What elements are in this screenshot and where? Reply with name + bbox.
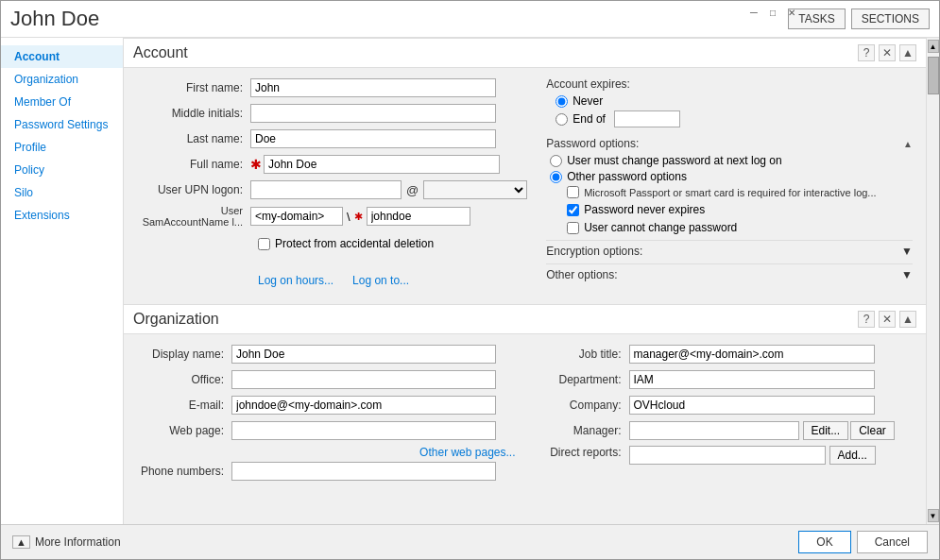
logon-to-link[interactable]: Log on to...	[352, 274, 409, 287]
sidebar-item-policy[interactable]: Policy	[1, 159, 123, 181]
must-change-row: User must change password at next log on	[550, 154, 913, 167]
office-row: Office:	[137, 369, 516, 390]
middle-initials-input[interactable]	[250, 104, 496, 123]
footer-bar: ▲ More Information OK Cancel	[1, 524, 939, 559]
account-collapse-icon[interactable]: ▲	[899, 44, 916, 61]
phone-numbers-input[interactable]	[231, 462, 496, 481]
sidebar-item-member-of[interactable]: Member Of	[1, 91, 123, 113]
other-web-pages-link[interactable]: Other web pages...	[419, 446, 515, 459]
encryption-dropdown-icon[interactable]: ▼	[901, 245, 913, 258]
never-expires-checkbox[interactable]	[567, 204, 579, 216]
job-title-input[interactable]	[629, 345, 875, 364]
office-input[interactable]	[231, 370, 496, 389]
minimize-button[interactable]: ─	[746, 5, 761, 20]
email-row: E-mail:	[137, 395, 516, 416]
org-close-icon[interactable]: ✕	[879, 311, 896, 328]
other-options-row: Other password options	[550, 170, 913, 183]
direct-reports-label: Direct reports:	[535, 446, 629, 459]
first-name-row: First name:	[137, 77, 527, 98]
last-name-row: Last name:	[137, 128, 527, 149]
main-window: John Doe TASKS SECTIONS ─ □ ✕ Account Or…	[0, 0, 940, 560]
never-radio-row: Never	[555, 94, 913, 108]
web-page-input[interactable]	[231, 421, 496, 440]
sidebar-item-extensions[interactable]: Extensions	[1, 204, 123, 227]
account-left-form: First name: Middle initials: Last name:	[137, 77, 527, 291]
account-close-icon[interactable]: ✕	[879, 44, 896, 61]
manager-edit-button[interactable]: Edit...	[803, 421, 849, 440]
email-label: E-mail:	[137, 399, 231, 412]
scrollbar[interactable]: ▲ ▼	[926, 38, 939, 524]
scroll-thumb[interactable]	[928, 57, 939, 94]
ok-button[interactable]: OK	[798, 531, 850, 553]
phone-numbers-row: Phone numbers:	[137, 461, 516, 482]
org-section-title: Organization	[133, 311, 219, 328]
passport-checkbox[interactable]	[567, 186, 579, 198]
account-section-icons: ? ✕ ▲	[858, 44, 916, 61]
sidebar-item-organization[interactable]: Organization	[1, 68, 123, 91]
company-input[interactable]	[629, 396, 875, 415]
first-name-label: First name:	[137, 81, 250, 94]
sam-domain-input[interactable]	[250, 207, 343, 226]
encryption-options-row: Encryption options: ▼	[546, 240, 913, 258]
direct-reports-row: Direct reports: Add...	[535, 446, 914, 467]
sidebar-item-account[interactable]: Account	[1, 45, 123, 68]
web-page-row: Web page:	[137, 420, 516, 441]
account-help-icon[interactable]: ?	[858, 44, 875, 61]
sub-password-options: Microsoft Passport or smart card is requ…	[550, 186, 913, 234]
upn-domain-select[interactable]	[423, 180, 527, 199]
protect-deletion-label[interactable]: Protect from accidental deletion	[258, 237, 434, 250]
protect-deletion-checkbox[interactable]	[258, 238, 270, 250]
manager-input[interactable]	[629, 421, 799, 440]
sidebar-item-silo[interactable]: Silo	[1, 181, 123, 204]
upn-input[interactable]	[250, 180, 402, 199]
password-options-body: User must change password at next log on…	[546, 154, 913, 234]
password-options-collapse[interactable]: ▲	[903, 139, 913, 149]
scroll-down-button[interactable]: ▼	[928, 509, 939, 522]
must-change-radio[interactable]	[550, 155, 562, 167]
never-radio[interactable]	[555, 95, 568, 108]
passport-row: Microsoft Passport or smart card is requ…	[567, 186, 913, 198]
org-section-header: Organization ? ✕ ▲	[124, 304, 926, 334]
org-help-icon[interactable]: ?	[858, 311, 875, 328]
direct-reports-input[interactable]	[629, 446, 826, 465]
office-label: Office:	[137, 373, 231, 386]
protect-deletion-text: Protect from accidental deletion	[275, 237, 434, 250]
display-name-input[interactable]	[231, 345, 496, 364]
org-inner: Display name: Office: E-mail:	[137, 344, 913, 486]
middle-initials-label: Middle initials:	[137, 107, 250, 120]
last-name-input[interactable]	[250, 129, 496, 148]
maximize-button[interactable]: □	[765, 5, 780, 20]
password-options: Password options: ▲ User must change pas…	[546, 137, 913, 234]
direct-reports-add-button[interactable]: Add...	[829, 446, 876, 465]
job-title-label: Job title:	[535, 348, 629, 361]
org-section-icons: ? ✕ ▲	[858, 311, 916, 328]
department-input[interactable]	[629, 370, 875, 389]
window-title: John Doe	[10, 7, 99, 31]
company-label: Company:	[535, 399, 629, 412]
end-of-date-input[interactable]	[614, 110, 680, 127]
manager-clear-button[interactable]: Clear	[850, 421, 895, 440]
cannot-change-checkbox[interactable]	[567, 222, 579, 234]
logon-hours-link[interactable]: Log on hours...	[258, 274, 333, 287]
full-name-input[interactable]	[264, 155, 500, 174]
at-sign: @	[406, 183, 419, 197]
upn-label: User UPN logon:	[137, 183, 250, 196]
org-collapse-icon[interactable]: ▲	[899, 311, 916, 328]
org-section-body: Display name: Office: E-mail:	[124, 334, 926, 496]
email-input[interactable]	[231, 396, 496, 415]
sam-username-input[interactable]	[367, 207, 470, 226]
end-of-radio-row: End of	[555, 110, 913, 127]
footer-right: OK Cancel	[798, 531, 928, 553]
job-title-row: Job title:	[535, 344, 914, 365]
scroll-up-button[interactable]: ▲	[928, 40, 939, 53]
close-button[interactable]: ✕	[784, 5, 799, 20]
sidebar-item-password-settings[interactable]: Password Settings	[1, 113, 123, 136]
cancel-button[interactable]: Cancel	[857, 531, 928, 553]
other-options-dropdown-icon[interactable]: ▼	[901, 268, 913, 281]
sections-button[interactable]: SECTIONS	[851, 8, 930, 29]
other-options-radio[interactable]	[550, 171, 562, 183]
sidebar-item-profile[interactable]: Profile	[1, 136, 123, 159]
end-of-label: End of	[573, 112, 606, 126]
end-of-radio[interactable]	[555, 113, 568, 126]
first-name-input[interactable]	[250, 78, 496, 97]
